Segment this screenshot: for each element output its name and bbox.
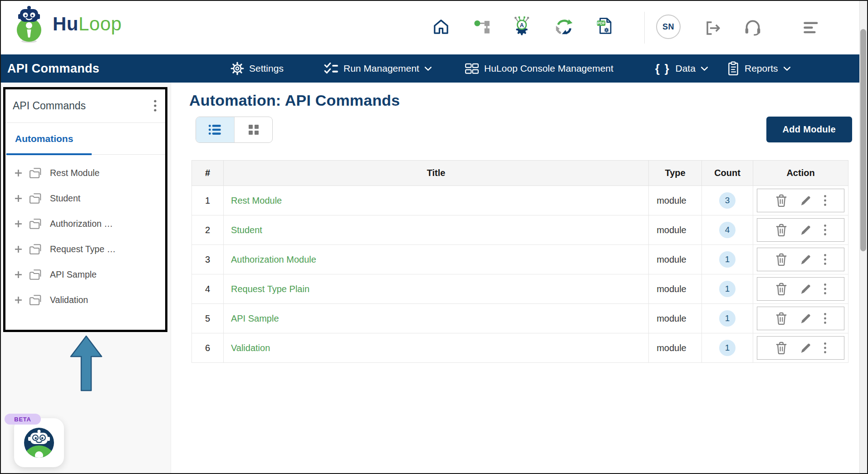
svg-text:PDF: PDF <box>597 21 605 25</box>
braces-icon: { } <box>655 62 670 75</box>
huloop-logo[interactable]: HuLoop <box>14 5 122 44</box>
pdf-settings-icon[interactable]: PDF <box>595 16 613 37</box>
add-module-button[interactable]: Add Module <box>766 117 852 142</box>
edit-button[interactable] <box>799 195 812 207</box>
count-badge[interactable]: 1 <box>719 251 736 268</box>
tree-item[interactable]: Student <box>5 186 165 211</box>
nav-item-label: Run Management <box>343 63 419 74</box>
module-title-link[interactable]: Student <box>231 225 262 235</box>
delete-button[interactable] <box>775 341 788 355</box>
edit-button[interactable] <box>799 254 812 266</box>
gear-icon <box>230 62 244 75</box>
action-box <box>757 277 844 301</box>
tree-item[interactable]: Validation <box>5 287 165 313</box>
expand-plus-icon[interactable] <box>15 245 22 253</box>
row-kebab-menu[interactable] <box>824 283 827 295</box>
expand-plus-icon[interactable] <box>15 169 22 177</box>
brand-text: HuLoop <box>53 15 122 44</box>
nav-item-run-management[interactable]: Run Management <box>324 54 432 83</box>
kebab-menu-icon[interactable] <box>153 99 157 113</box>
module-title-link[interactable]: Validation <box>231 343 270 353</box>
tree-item-label: Rest Module <box>50 168 99 178</box>
expand-plus-icon[interactable] <box>15 220 22 228</box>
row-kebab-menu[interactable] <box>824 195 827 206</box>
col-header-action: Action <box>753 161 848 186</box>
count-badge[interactable]: 3 <box>719 192 736 209</box>
table-row: 6 Validation module 1 <box>192 333 848 363</box>
delete-button[interactable] <box>775 312 788 325</box>
list-view-button[interactable] <box>196 117 234 142</box>
row-kebab-menu[interactable] <box>824 313 827 324</box>
workflow-icon[interactable] <box>474 19 491 36</box>
nav-item-console-management[interactable]: HuLoop Console Management <box>465 54 613 83</box>
beta-badge-label: BETA <box>14 416 31 423</box>
module-type: module <box>649 186 702 215</box>
trash-icon <box>775 253 788 266</box>
module-title-link[interactable]: Rest Module <box>231 195 282 205</box>
module-title-link[interactable]: Authorization Module <box>231 254 316 264</box>
delete-button[interactable] <box>775 253 788 266</box>
user-avatar[interactable]: SN <box>656 15 681 39</box>
edit-button[interactable] <box>799 342 812 354</box>
expand-plus-icon[interactable] <box>15 296 22 304</box>
sidebar-column: API Commands Automations Rest Module <box>1 83 171 473</box>
count-badge[interactable]: 1 <box>719 281 736 297</box>
nav-item-label: Data <box>675 63 695 74</box>
brand-text-hu: Hu <box>53 13 78 34</box>
edit-button[interactable] <box>799 313 812 325</box>
row-number: 3 <box>192 245 224 274</box>
tree-item[interactable]: API Sample <box>5 262 165 287</box>
module-title-link[interactable]: Request Type Plain <box>231 284 309 294</box>
edit-button[interactable] <box>799 224 812 236</box>
headset-icon[interactable] <box>743 19 762 38</box>
row-kebab-menu[interactable] <box>824 342 827 354</box>
count-badge[interactable]: 1 <box>719 340 736 356</box>
automation-gear-icon[interactable]: A <box>512 15 532 38</box>
table-row: 4 Request Type Plain module 1 <box>192 274 848 304</box>
delete-button[interactable] <box>775 223 788 237</box>
logout-icon[interactable] <box>704 20 722 38</box>
nav-item-settings[interactable]: Settings <box>230 54 284 83</box>
hamburger-menu-icon[interactable] <box>803 21 819 36</box>
count-badge[interactable]: 4 <box>719 222 736 238</box>
delete-button[interactable] <box>775 282 788 296</box>
action-box <box>757 307 844 330</box>
navbar-page-title: API Commands <box>7 54 99 83</box>
main-navbar: API Commands Settings <box>1 54 867 83</box>
expand-plus-icon[interactable] <box>15 195 22 202</box>
kebab-menu-icon <box>824 224 827 236</box>
tab-automations[interactable]: Automations <box>15 133 73 144</box>
nav-item-data[interactable]: { } Data <box>655 54 708 83</box>
expand-plus-icon[interactable] <box>15 271 22 279</box>
tree-item[interactable]: Request Type … <box>5 236 165 262</box>
page-scrollbar-thumb[interactable] <box>860 29 866 251</box>
chevron-down-icon <box>783 66 791 71</box>
kebab-menu-icon <box>824 254 827 265</box>
delete-button[interactable] <box>775 194 788 207</box>
tree-item[interactable]: Authorization … <box>5 211 165 236</box>
page-scrollbar-track[interactable] <box>859 1 867 473</box>
row-number: 1 <box>192 186 224 215</box>
tree-item[interactable]: Rest Module <box>5 160 165 186</box>
module-title-link[interactable]: API Sample <box>231 313 279 323</box>
edit-button[interactable] <box>799 283 812 295</box>
nav-item-reports[interactable]: Reports <box>727 54 791 83</box>
tree-item-label: Student <box>50 193 80 204</box>
assistant-chat-button[interactable] <box>14 418 64 467</box>
huloop-robot-logo-icon <box>14 5 45 44</box>
grid-view-button[interactable] <box>234 117 272 142</box>
folder-icon <box>29 166 44 180</box>
home-icon[interactable] <box>432 18 450 37</box>
page-heading: Automation: API Commands <box>189 92 859 109</box>
row-kebab-menu[interactable] <box>824 224 827 236</box>
table-row: 5 API Sample module 1 <box>192 304 848 333</box>
sync-icon[interactable] <box>554 18 574 37</box>
view-toggle <box>196 117 273 143</box>
module-type: module <box>649 304 702 333</box>
list-view-icon <box>208 123 222 136</box>
toolbar: Add Module <box>189 117 859 143</box>
table-row: 2 Student module 4 <box>192 215 848 245</box>
pencil-icon <box>799 313 812 325</box>
row-kebab-menu[interactable] <box>824 254 827 265</box>
count-badge[interactable]: 1 <box>719 310 736 327</box>
